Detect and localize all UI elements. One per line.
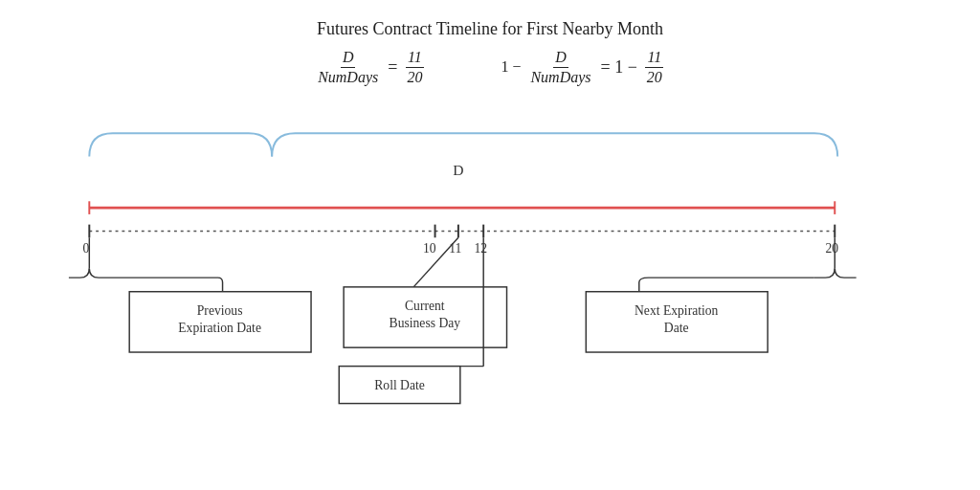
tick-12: 12 bbox=[474, 241, 487, 256]
formula-right: 1 − D NumDays = 1 − 11 20 bbox=[501, 49, 663, 85]
tick-0: 0 bbox=[83, 241, 90, 256]
tick-11: 11 bbox=[449, 241, 461, 256]
label-roll: Roll Date bbox=[374, 378, 425, 392]
equals-left: = bbox=[388, 57, 397, 78]
formula-left: D NumDays = 11 20 bbox=[316, 49, 424, 85]
fraction-left-numerator: D bbox=[341, 49, 356, 68]
page-container: Futures Contract Timeline for First Near… bbox=[0, 0, 980, 490]
fraction-left-value-den: 20 bbox=[405, 68, 424, 86]
label-current-1: Current bbox=[405, 299, 445, 313]
label-previous-1: Previous bbox=[197, 303, 243, 318]
fraction-left-value: 11 20 bbox=[405, 49, 424, 85]
label-d: D bbox=[453, 162, 463, 178]
page-title: Futures Contract Timeline for First Near… bbox=[38, 19, 942, 39]
label-next-1: Next Expiration bbox=[635, 303, 719, 318]
fraction-right-denominator: NumDays bbox=[528, 68, 592, 86]
svg-line-9 bbox=[413, 237, 458, 287]
formula-right-prefix: 1 − bbox=[501, 58, 521, 76]
label-next-2: Date bbox=[664, 321, 689, 335]
formulas-row: D NumDays = 11 20 1 − D NumDays = 1 − 11… bbox=[38, 49, 942, 85]
fraction-right-numerator: D bbox=[553, 49, 568, 68]
fraction-right-value: 11 20 bbox=[645, 49, 664, 85]
label-current-2: Business Day bbox=[390, 316, 461, 330]
fraction-left: D NumDays bbox=[316, 49, 380, 85]
tick-10: 10 bbox=[423, 241, 436, 256]
fraction-left-value-num: 11 bbox=[406, 49, 424, 68]
fraction-right: D NumDays bbox=[528, 49, 592, 85]
label-previous-2: Expiration Date bbox=[178, 321, 261, 335]
tick-20: 20 bbox=[826, 241, 839, 256]
fraction-right-value-num: 11 bbox=[645, 49, 663, 68]
equals-right: = 1 − bbox=[601, 57, 637, 78]
timeline-diagram: D 0 10 11 12 20 Previous Expiration Date bbox=[0, 105, 980, 459]
fraction-right-value-den: 20 bbox=[645, 68, 664, 86]
fraction-left-denominator: NumDays bbox=[316, 68, 380, 86]
